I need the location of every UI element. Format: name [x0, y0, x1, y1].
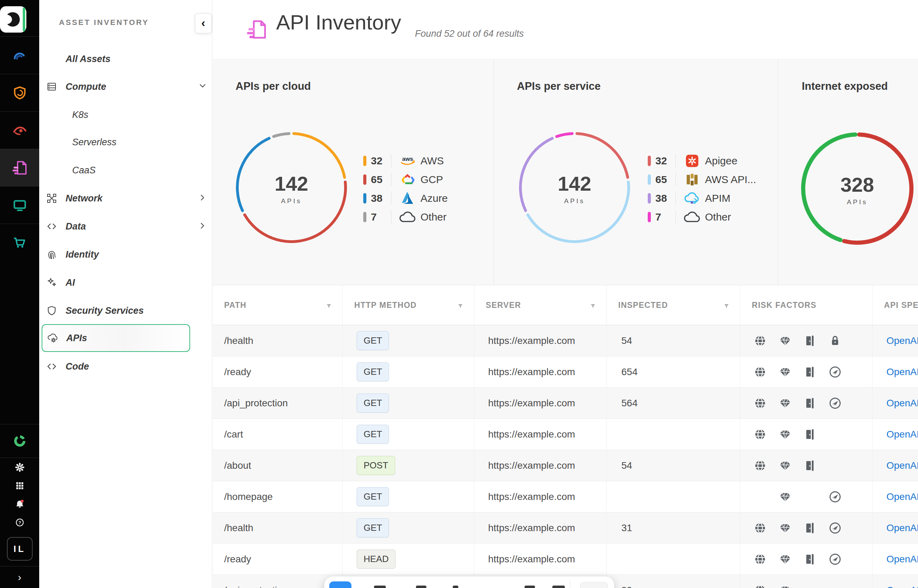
table-row[interactable]: /homepageGEThttps://example.comOpenAPI	[213, 481, 918, 512]
legend-color-chip	[363, 156, 366, 166]
toolbar-glyph[interactable]	[525, 586, 535, 588]
user-avatar-button[interactable]: IL	[7, 537, 32, 561]
rail-item[interactable]	[0, 111, 39, 149]
chart-panel-internet-exposed: Internet exposed 328 APIs	[778, 59, 918, 285]
cell-server: https://example.com	[474, 419, 607, 450]
toolbar-glyph[interactable]	[416, 586, 426, 588]
observability-arc-icon	[12, 47, 28, 63]
sidebar-item-data[interactable]: Data	[39, 213, 212, 240]
toolbar-primary-action-button[interactable]	[329, 582, 351, 588]
rail-expand-button[interactable]: ›	[0, 566, 39, 588]
http-method-chip: GET	[357, 425, 389, 444]
toolbar-glyph[interactable]	[552, 586, 565, 588]
sidebar-collapse-button[interactable]: ‹	[195, 13, 212, 33]
door-icon	[798, 334, 822, 348]
api-spec-link[interactable]: OpenAPI	[886, 522, 918, 533]
toolbar-secondary-button[interactable]	[580, 582, 608, 588]
cell-inspected: 89	[607, 575, 740, 588]
rail-item[interactable]: ?	[0, 513, 39, 531]
legend-divider	[675, 173, 676, 186]
rail-item[interactable]	[0, 224, 39, 261]
cell-inspected	[607, 481, 740, 512]
column-header-inspected: INSPECTED	[607, 285, 740, 325]
door-icon	[798, 428, 822, 441]
filter-funnel-icon[interactable]	[326, 302, 332, 308]
app-icon-rail: ? IL ›	[0, 0, 39, 588]
charts-section: APIs per cloud 142 APIs 32awsAWS65GCP38A…	[213, 59, 918, 285]
cell-inspected: 54	[607, 325, 740, 356]
cell-server: https://example.com	[474, 388, 607, 418]
toolbar-glyph[interactable]	[453, 586, 458, 588]
cell-server: https://example.com	[474, 512, 607, 543]
chevron-left-icon: ‹	[201, 17, 205, 28]
rail-item[interactable]	[0, 186, 39, 224]
cell-api-spec: OpenAPI	[873, 512, 918, 543]
api-spec-link[interactable]: OpenAPI	[886, 460, 918, 471]
column-header-label: API SPEC	[884, 300, 918, 310]
rail-item[interactable]	[0, 458, 39, 477]
legend-value: 7	[656, 211, 675, 223]
page-header: API Inventory Found 52 out of 64 results	[213, 0, 918, 59]
chevron-right-icon	[198, 193, 207, 204]
table-row[interactable]: /api_protectionGEThttps://example.com564…	[213, 388, 918, 419]
sidebar-item-security-services[interactable]: Security Services	[39, 297, 212, 325]
rail-item[interactable]	[0, 36, 39, 74]
plane-icon	[822, 490, 848, 504]
rail-item[interactable]	[0, 149, 39, 186]
aws-api-gateway-icon	[683, 172, 701, 187]
sidebar-item-serverless[interactable]: Serverless	[39, 128, 212, 156]
sidebar-item-all-assets[interactable]: All Assets	[39, 45, 212, 73]
api-spec-link[interactable]: OpenAPI	[886, 429, 918, 440]
sidebar-item-k8s[interactable]: K8s	[39, 101, 212, 129]
filter-funnel-icon[interactable]	[724, 302, 730, 308]
table-body: /healthGEThttps://example.com54OpenAPI/r…	[213, 325, 918, 588]
filter-funnel-icon[interactable]	[457, 302, 463, 308]
rail-item[interactable]	[0, 74, 39, 111]
globe-icon	[748, 396, 772, 410]
sidebar-title: ASSET INVENTORY	[59, 18, 149, 27]
sidebar-item-apis[interactable]: APIs	[42, 324, 190, 352]
rail-item[interactable]	[0, 424, 39, 458]
sidebar-item-identity[interactable]: Identity	[39, 241, 212, 268]
api-spec-link[interactable]: OpenAPI	[886, 554, 918, 565]
cell-inspected: 654	[607, 356, 740, 387]
api-spec-link[interactable]: OpenAPI	[886, 397, 918, 409]
sidebar-item-code[interactable]: Code	[39, 352, 212, 380]
table-row[interactable]: /readyHEADhttps://example.comOpenAPI	[213, 544, 918, 575]
sidebar-item-ai[interactable]: AI	[39, 269, 212, 296]
cell-server: https://example.com	[474, 450, 607, 481]
table-row[interactable]: /readyGEThttps://example.com654OpenAPI	[213, 356, 918, 388]
cell-inspected: 564	[607, 388, 740, 418]
cell-path: /ready	[213, 356, 343, 387]
api-spec-link[interactable]: OpenAPI	[886, 585, 918, 588]
column-header-http-method: HTTP METHOD	[343, 285, 474, 325]
filter-funnel-icon[interactable]	[590, 302, 596, 308]
rail-item[interactable]	[0, 495, 39, 513]
legend-divider	[675, 154, 676, 168]
api-spec-link[interactable]: OpenAPI	[886, 367, 918, 378]
cell-http-method: GET	[343, 481, 474, 512]
rail-item[interactable]	[0, 477, 39, 495]
sidebar-item-caas[interactable]: CaaS	[39, 157, 212, 184]
fingerprint-icon	[46, 249, 57, 260]
toolbar-glyph[interactable]	[374, 586, 386, 588]
sidebar-item-compute[interactable]: Compute	[39, 73, 212, 100]
table-row[interactable]: /healthGEThttps://example.com54OpenAPI	[213, 325, 918, 356]
api-spec-link[interactable]: OpenAPI	[886, 491, 918, 502]
http-method-chip: GET	[357, 362, 389, 381]
gem-icon	[772, 583, 798, 588]
globe-icon	[748, 459, 772, 473]
sidebar-item-label: Serverless	[72, 137, 117, 148]
table-row[interactable]: /cartGEThttps://example.comOpenAPI	[213, 419, 918, 450]
rail-item-logo[interactable]	[0, 6, 26, 32]
table-row[interactable]: /healthGEThttps://example.com31OpenAPI	[213, 512, 918, 544]
table-row[interactable]: /aboutPOSThttps://example.com54OpenAPI	[213, 450, 918, 481]
sidebar: ASSET INVENTORY ‹ All AssetsComputeK8sSe…	[39, 0, 212, 588]
cell-api-spec: OpenAPI	[873, 388, 918, 418]
compute-icon	[46, 81, 57, 92]
table-header-row: PATHHTTP METHODSERVERINSPECTEDRISK FACTO…	[213, 285, 918, 325]
sidebar-item-network[interactable]: Network	[39, 184, 212, 212]
cell-risk-factors	[740, 325, 873, 356]
sidebar-item-label: AI	[66, 277, 75, 288]
api-spec-link[interactable]: OpenAPI	[886, 335, 918, 346]
